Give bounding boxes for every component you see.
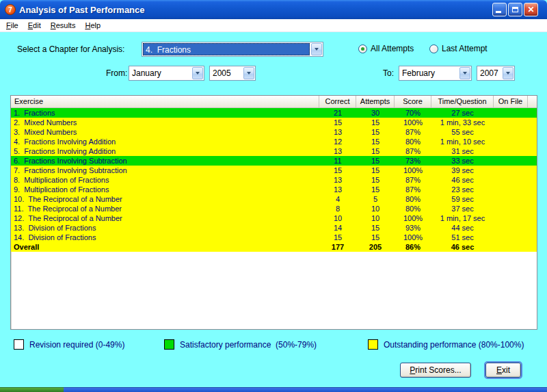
cell-correct: 13	[319, 175, 356, 185]
cell-filler	[528, 233, 537, 242]
exit-button[interactable]: Exit	[485, 363, 521, 378]
cell-score: 87%	[395, 185, 431, 194]
table-row: 3. Mixed Numbers131587%55 sec	[11, 127, 537, 137]
header-correct[interactable]: Correct	[319, 96, 356, 107]
print-scores-button[interactable]: Print Scores...	[400, 363, 471, 378]
chapter-select[interactable]: 4. Fractions	[142, 42, 323, 57]
cell-exercise: 13. Division of Fractions	[11, 223, 319, 233]
header-on-file[interactable]: On File	[494, 96, 528, 107]
cell-score: 87%	[395, 175, 431, 185]
cell-filler	[528, 118, 537, 127]
cell-correct: 4	[319, 194, 356, 204]
minimize-button[interactable]	[492, 3, 507, 16]
window-title: Analysis of Past Performance	[19, 5, 492, 15]
cell-correct: 13	[319, 146, 356, 156]
chapter-select-label: Select a Chapter for Analysis:	[17, 42, 124, 57]
legend-white-box	[14, 339, 24, 350]
legend-yellow-box	[368, 339, 378, 350]
legend-revision-label: Revision required (0-49%)	[29, 340, 124, 350]
cell-time: 51 sec	[431, 233, 494, 242]
from-month-select[interactable]: January	[129, 66, 204, 81]
header-attempts[interactable]: Attempts	[356, 96, 395, 107]
chevron-down-icon[interactable]	[243, 67, 254, 79]
chevron-down-icon[interactable]	[311, 43, 322, 55]
cell-attempts: 10	[356, 213, 395, 223]
cell-on_file	[494, 223, 528, 233]
cell-time: 27 sec	[431, 108, 494, 118]
cell-filler	[528, 146, 537, 156]
arrow-down-icon	[315, 48, 319, 51]
cell-score: 80%	[395, 137, 431, 146]
cell-attempts: 15	[356, 127, 395, 137]
cell-exercise: 10. The Reciprocal of a Number	[11, 194, 319, 204]
table-body: 1. Fractions213070%27 sec2. Mixed Number…	[11, 108, 537, 252]
to-month-value: February	[400, 67, 458, 79]
print-scores-label: Print Scores...	[410, 365, 461, 375]
cell-correct: 15	[319, 233, 356, 242]
table-row: 13. Division of Fractions141593%44 sec	[11, 223, 537, 233]
cell-correct: 12	[319, 137, 356, 146]
arrow-down-icon	[463, 72, 467, 75]
cell-score: 87%	[395, 127, 431, 137]
cell-correct: 13	[319, 185, 356, 194]
start-button[interactable]	[0, 387, 64, 392]
chevron-down-icon[interactable]	[192, 67, 203, 79]
header-time-question[interactable]: Time/Question	[431, 96, 494, 107]
legend-revision: Revision required (0-49%)	[14, 339, 124, 350]
header-score[interactable]: Score	[395, 96, 431, 107]
cell-attempts: 10	[356, 204, 395, 213]
header-exercise[interactable]: Exercise	[11, 96, 319, 107]
chevron-down-icon[interactable]	[503, 67, 513, 79]
cell-on_file	[494, 166, 528, 175]
radio-all-attempts-label: All Attempts	[371, 44, 414, 53]
to-month-select[interactable]: February	[399, 66, 472, 81]
maximize-button[interactable]	[508, 3, 522, 16]
menu-help[interactable]: Help	[80, 20, 105, 31]
radio-last-attempt[interactable]: Last Attempt	[429, 44, 488, 53]
from-month-value: January	[130, 67, 191, 79]
table-row-overall: Overall17720586%46 sec	[11, 242, 537, 252]
menu-edit[interactable]: Edit	[23, 20, 46, 31]
cell-time: 1 min, 17 sec	[431, 213, 494, 223]
cell-time: 1 min, 10 sec	[431, 137, 494, 146]
cell-score: 100%	[395, 213, 431, 223]
cell-filler	[528, 194, 537, 204]
cell-on_file	[494, 213, 528, 223]
cell-attempts: 205	[356, 242, 395, 252]
close-button[interactable]: ✕	[524, 3, 538, 16]
menu-file[interactable]: File	[1, 20, 23, 31]
cell-on_file	[494, 185, 528, 194]
cell-on_file	[494, 108, 528, 118]
cell-exercise: 7. Fractions Involving Subtraction	[11, 166, 319, 175]
legend-satisfactory: Satisfactory performance (50%-79%)	[164, 339, 317, 350]
menu-results[interactable]: Results	[46, 20, 81, 31]
arrow-down-icon	[196, 72, 200, 75]
cell-attempts: 30	[356, 108, 395, 118]
table-row: 5. Fractions Involving Addition131587%31…	[11, 146, 537, 156]
arrow-down-icon	[247, 72, 251, 75]
cell-exercise: 11. The Reciprocal of a Number	[11, 204, 319, 213]
cell-on_file	[494, 233, 528, 242]
cell-attempts: 15	[356, 185, 395, 194]
cell-filler	[528, 137, 537, 146]
cell-correct: 10	[319, 213, 356, 223]
cell-time: 39 sec	[431, 166, 494, 175]
cell-exercise: 2. Mixed Numbers	[11, 118, 319, 127]
cell-attempts: 15	[356, 156, 395, 166]
cell-on_file	[494, 204, 528, 213]
cell-attempts: 15	[356, 175, 395, 185]
radio-all-attempts[interactable]: All Attempts	[358, 44, 414, 53]
cell-filler	[528, 223, 537, 233]
cell-correct: 21	[319, 108, 356, 118]
to-year-select[interactable]: 2007	[477, 66, 515, 81]
cell-on_file	[494, 118, 528, 127]
close-icon: ✕	[527, 3, 534, 16]
cell-correct: 13	[319, 127, 356, 137]
header-filler	[528, 96, 537, 107]
from-label: From:	[106, 66, 126, 81]
table-row: 1. Fractions213070%27 sec	[11, 108, 537, 118]
minimize-icon	[496, 11, 501, 13]
cell-score: 80%	[395, 204, 431, 213]
from-year-select[interactable]: 2005	[209, 66, 256, 81]
chevron-down-icon[interactable]	[459, 67, 470, 79]
